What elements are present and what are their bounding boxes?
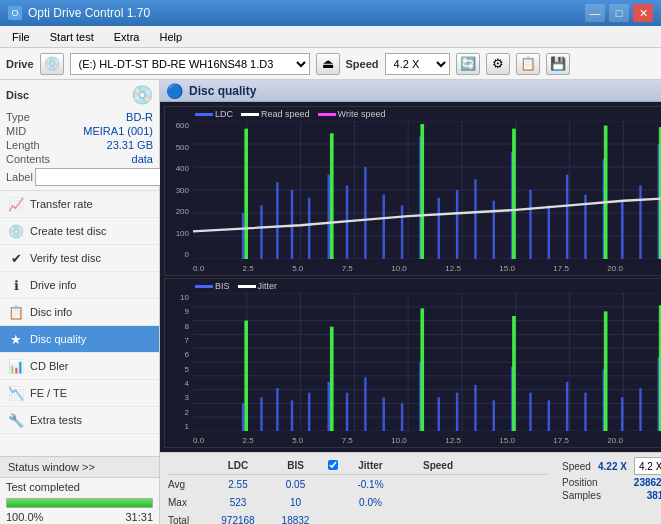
position-row: Position 23862 MB: [562, 477, 661, 488]
drive-label: Drive: [6, 58, 34, 70]
svg-rect-83: [474, 385, 476, 431]
sidebar-item-extra-tests[interactable]: 🔧 Extra tests: [0, 407, 159, 434]
read-speed-label: Read speed: [261, 109, 310, 119]
svg-rect-70: [242, 403, 244, 431]
bottom-chart-svg-wrapper: [193, 293, 661, 431]
legend-bis: BIS: [195, 281, 230, 291]
fe-te-icon: 📉: [8, 385, 24, 401]
disc-section-title: Disc: [6, 89, 29, 101]
svg-rect-44: [330, 133, 334, 259]
svg-rect-19: [291, 190, 293, 259]
drive-icon-button[interactable]: 💿: [40, 53, 64, 75]
svg-rect-46: [512, 129, 516, 259]
speed-label: Speed: [346, 58, 379, 70]
menu-extra[interactable]: Extra: [106, 29, 148, 45]
svg-rect-23: [364, 167, 366, 259]
sidebar-item-cd-bler[interactable]: 📊 CD Bler: [0, 353, 159, 380]
verify-test-disc-icon: ✔: [8, 250, 24, 266]
svg-rect-33: [548, 205, 550, 259]
bottom-chart-x-labels: 0.0 2.5 5.0 7.5 10.0 12.5 15.0 17.5 20.0…: [193, 436, 661, 445]
svg-rect-38: [639, 185, 641, 259]
svg-rect-78: [383, 397, 385, 431]
col-bis: BIS: [268, 460, 323, 471]
sidebar-item-disc-info[interactable]: 📋 Disc info: [0, 299, 159, 326]
svg-rect-27: [438, 198, 440, 259]
top-chart: LDC Read speed Write speed 600 500 40: [164, 106, 661, 276]
sidebar-item-drive-info[interactable]: ℹ Drive info: [0, 272, 159, 299]
maximize-button[interactable]: □: [609, 4, 629, 22]
minimize-button[interactable]: —: [585, 4, 605, 22]
svg-rect-17: [260, 205, 262, 259]
label-input[interactable]: [35, 168, 168, 186]
status-window-button[interactable]: Status window >>: [0, 457, 159, 478]
chart-header: 🔵 Disc quality: [160, 80, 661, 102]
svg-rect-79: [401, 403, 403, 431]
sidebar-item-label-disc-info: Disc info: [30, 306, 72, 318]
menu-start-test[interactable]: Start test: [42, 29, 102, 45]
bis-label: BIS: [215, 281, 230, 291]
sidebar-item-label-cd-bler: CD Bler: [30, 360, 69, 372]
avg-bis: 0.05: [268, 479, 323, 490]
progress-percent: 100.0%: [6, 511, 43, 523]
sidebar-item-label-transfer-rate: Transfer rate: [30, 198, 93, 210]
legend-jitter: Jitter: [238, 281, 278, 291]
total-ldc: 972168: [208, 515, 268, 525]
svg-rect-30: [493, 201, 495, 259]
svg-rect-29: [474, 179, 476, 259]
nav-section: 📈 Transfer rate 💿 Create test disc ✔ Ver…: [0, 191, 159, 456]
read-speed-color: [241, 113, 259, 116]
stats-section: LDC BIS Jitter Speed Avg 2.55 0.05 -0.1%: [160, 452, 661, 524]
jitter-color: [238, 285, 256, 288]
extra-tests-icon: 🔧: [8, 412, 24, 428]
stats-header-row: LDC BIS Jitter Speed: [168, 457, 548, 475]
sidebar-item-transfer-rate[interactable]: 📈 Transfer rate: [0, 191, 159, 218]
svg-rect-32: [529, 190, 531, 259]
svg-rect-25: [401, 205, 403, 259]
chart-title: Disc quality: [189, 84, 256, 98]
speed-select[interactable]: 4.2 X: [385, 53, 450, 75]
svg-rect-21: [328, 175, 330, 259]
write-speed-label: Write speed: [338, 109, 386, 119]
svg-rect-18: [276, 182, 278, 259]
col-jitter: Jitter: [343, 460, 398, 471]
svg-rect-71: [260, 397, 262, 431]
legend-read-speed: Read speed: [241, 109, 310, 119]
sidebar-item-fe-te[interactable]: 📉 FE / TE: [0, 380, 159, 407]
ldc-label: LDC: [215, 109, 233, 119]
disc-info-icon: 📋: [8, 304, 24, 320]
svg-rect-82: [456, 393, 458, 431]
refresh-button[interactable]: 🔄: [456, 53, 480, 75]
sidebar-item-label-create-test-disc: Create test disc: [30, 225, 106, 237]
jitter-checkbox[interactable]: [328, 460, 338, 470]
menu-help[interactable]: Help: [151, 29, 190, 45]
svg-rect-20: [308, 198, 310, 259]
position-value: 23862 MB: [634, 477, 661, 488]
menu-file[interactable]: File: [4, 29, 38, 45]
charts-area: LDC Read speed Write speed 600 500 40: [160, 102, 661, 452]
disc-section-icon: 💿: [131, 84, 153, 106]
bis-color: [195, 285, 213, 288]
top-chart-y-left: 600 500 400 300 200 100 0: [165, 121, 191, 259]
sidebar-item-disc-quality[interactable]: ★ Disc quality: [0, 326, 159, 353]
settings-button[interactable]: ⚙: [486, 53, 510, 75]
drive-select[interactable]: (E:) HL-DT-ST BD-RE WH16NS48 1.D3: [70, 53, 310, 75]
jitter-label: Jitter: [258, 281, 278, 291]
svg-rect-89: [584, 393, 586, 431]
save-button[interactable]: 💾: [546, 53, 570, 75]
close-button[interactable]: ✕: [633, 4, 653, 22]
contents-value: data: [132, 153, 153, 165]
speed-stat-select[interactable]: 4.2 X: [634, 457, 661, 475]
svg-rect-87: [548, 400, 550, 431]
create-test-disc-icon: 💿: [8, 223, 24, 239]
bottom-chart-svg: [193, 293, 661, 431]
eject-button[interactable]: ⏏: [316, 53, 340, 75]
avg-jitter: -0.1%: [343, 479, 398, 490]
max-jitter: 0.0%: [343, 497, 398, 508]
right-stats: Speed 4.22 X 4.2 X Position 23862 MB Sam…: [556, 453, 661, 524]
info-button[interactable]: 📋: [516, 53, 540, 75]
drive-toolbar: Drive 💿 (E:) HL-DT-ST BD-RE WH16NS48 1.D…: [0, 48, 661, 80]
chart-header-icon: 🔵: [166, 83, 183, 99]
sidebar-item-verify-test-disc[interactable]: ✔ Verify test disc: [0, 245, 159, 272]
top-chart-legend: LDC Read speed Write speed: [195, 109, 385, 119]
sidebar-item-create-test-disc[interactable]: 💿 Create test disc: [0, 218, 159, 245]
